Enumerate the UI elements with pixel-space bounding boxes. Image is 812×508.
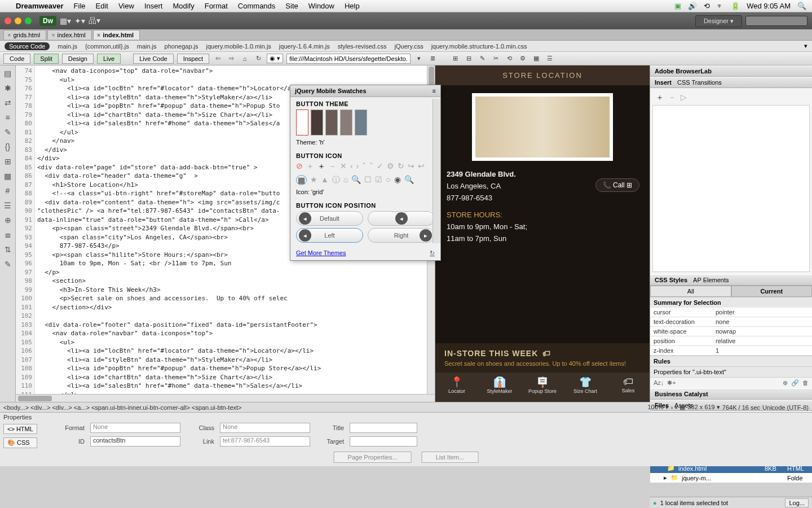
menu-view[interactable]: View [118,2,134,10]
menu-site[interactable]: Site [285,2,298,10]
theme-swatch[interactable] [296,110,308,135]
extend-icon[interactable]: ✦▾ [74,16,85,25]
css-val[interactable]: none [716,318,729,325]
plus-icon[interactable]: ＋ [317,161,325,172]
css-val[interactable]: nowrap [716,328,736,335]
source-code-button[interactable]: Source Code [5,42,50,50]
radio-off-icon[interactable]: ○ [386,175,390,185]
related-file[interactable]: main.js [58,43,77,50]
call-button[interactable]: 📞 Call ⊞ [595,178,639,192]
related-file[interactable]: {common,util}.js [85,43,129,50]
menu-commands[interactable]: Commands [238,2,275,10]
tool-icon[interactable]: ▤ [4,69,11,78]
tool-icon[interactable]: # [6,186,10,195]
pos-right-button[interactable]: Right▸ [368,228,435,243]
target-select[interactable] [350,436,417,446]
swatch-scrollbar[interactable] [433,99,440,243]
props-css-button[interactable]: 🎨 CSS [3,437,37,448]
close-icon[interactable]: × [97,32,100,38]
tool-icon[interactable]: ✂ [491,54,501,64]
star-icon[interactable]: ★ [310,175,317,185]
search-icon[interactable]: 🔍 [404,175,414,185]
log-button[interactable]: Log... [785,498,809,507]
tool-icon[interactable]: ⊞ [5,157,11,166]
battery-icon[interactable]: 🔋 [731,2,740,10]
forward-icon[interactable]: ⇨ [226,54,236,64]
view-split-button[interactable]: Split [34,54,58,64]
close-icon[interactable]: × [7,32,11,38]
view-code-button[interactable]: Code [3,54,30,64]
format-select[interactable]: None [90,423,180,433]
volume-icon[interactable]: 🔊 [688,2,697,10]
radio-on-icon[interactable]: ◉ [394,175,401,185]
gear-icon[interactable]: ⚙ [387,161,394,172]
nav-sizechart[interactable]: 👕Size Chart [564,373,607,402]
none-icon[interactable]: ⊘ [296,161,303,172]
address-scheme[interactable]: ◉ ▾ [267,54,283,63]
options-icon[interactable]: ≣ [427,54,438,64]
tool-icon[interactable]: ☰ [545,54,555,64]
doc-tab-2[interactable]: ×index.html [93,30,140,40]
css-prop[interactable]: position [654,338,716,344]
css-prop[interactable]: text-decoration [654,318,716,325]
related-file[interactable]: jquery-1.6.4.min.js [279,43,330,50]
sync-icon[interactable]: ⟲ [704,2,710,10]
theme-swatch[interactable] [355,110,367,135]
add-prop-icon[interactable]: ✱+ [667,379,676,387]
tool-icon[interactable]: ▦ [531,54,541,64]
related-file[interactable]: styles-revised.css [338,43,387,50]
new-rule-icon[interactable]: ⊕ [783,379,788,387]
window-close-button[interactable] [5,17,11,24]
css-prop[interactable]: cursor [654,309,716,316]
class-select[interactable]: None [220,423,310,433]
hand-icon[interactable]: ▫ [671,404,673,411]
nav-locator[interactable]: 📍Locator [435,373,478,402]
menu-window[interactable]: Window [308,2,334,10]
wifi-icon[interactable]: ᯤ [717,2,724,10]
css-val[interactable]: pointer [716,309,735,316]
panel-css-transitions[interactable]: CSS Transitions [677,79,722,86]
alert-icon[interactable]: ▲ [321,175,329,185]
tool-icon[interactable]: ⚙ [518,54,528,64]
add-prop-icon[interactable]: Az↓ [654,379,664,387]
tool-icon[interactable]: ✱ [5,84,11,93]
tool-icon[interactable]: ✎ [5,260,11,269]
theme-swatch[interactable] [311,110,323,135]
doc-tab-0[interactable]: ×grids.html [3,30,46,40]
clock[interactable]: Wed 9:05 AM [747,2,791,10]
menu-insert[interactable]: Insert [144,2,163,10]
file-row[interactable]: ▸📁jquery-m...Folde [650,473,812,483]
css-val[interactable]: relative [716,338,735,344]
id-input[interactable]: contactsBtn [90,436,180,446]
address-bar[interactable] [286,54,411,64]
right-icon[interactable]: › [356,161,359,172]
tool-icon[interactable]: ⇄ [5,98,11,107]
home-icon[interactable]: ⌂ [240,54,250,64]
menu-format[interactable]: Format [205,2,228,10]
tool-icon[interactable]: ⟲ [504,54,514,64]
inspect-button[interactable]: Inspect [177,54,209,64]
spotlight-icon[interactable]: 🔍 [797,2,806,10]
related-file[interactable]: jquery.mobile.structure-1.0.min.css [431,43,527,50]
select-icon[interactable]: ▪ [676,404,678,411]
back-icon[interactable]: ↩ [418,161,425,172]
panel-business-catalyst[interactable]: Business Catalyst [655,391,708,397]
checkbox-off-icon[interactable]: ☐ [364,175,372,185]
tool-icon[interactable]: ≣ [5,230,11,239]
theme-swatch[interactable] [325,110,338,135]
list-item-button[interactable]: List Item... [422,452,479,463]
workspace-switcher[interactable]: Designer ▾ [695,15,742,27]
tool-icon[interactable]: {} [5,142,10,151]
grid-icon[interactable]: ▦ [296,175,307,185]
remove-icon[interactable]: － [668,93,676,103]
grid-icon[interactable]: ▦ [679,404,685,411]
pos-notext-button[interactable]: ◂ [368,211,435,226]
css-prop[interactable]: z-index [654,347,716,354]
title-input[interactable] [350,423,417,433]
css-current-tab[interactable]: Current [731,286,813,297]
panel-menu-icon[interactable]: ≡ [433,87,436,94]
jquery-swatches-panel[interactable]: jQuery Mobile Swatches≡ BUTTON THEME The… [290,85,441,261]
site-icon[interactable]: 品▾ [89,16,100,26]
props-html-button[interactable]: <> HTML [3,424,37,434]
tool-icon[interactable]: ⊟ [464,54,474,64]
